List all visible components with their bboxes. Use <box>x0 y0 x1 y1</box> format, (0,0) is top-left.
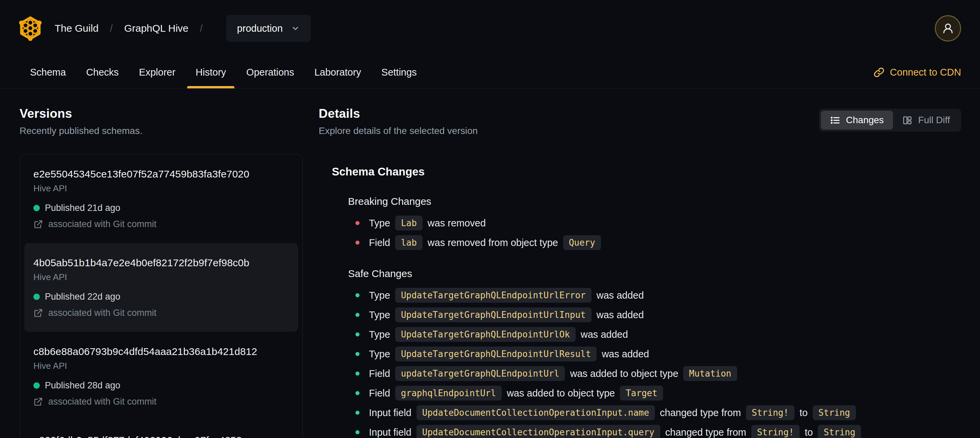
change-text: was added to object type <box>507 388 615 399</box>
version-card[interactable]: c8b6e88a06793b9c4dfd54aaa21b36a1b421d812… <box>20 332 302 420</box>
change-code-chip: UpdateTargetGraphQLEndpointUrlError <box>395 288 592 303</box>
change-code-chip: String <box>818 425 861 438</box>
top-bar: The Guild / GraphQL Hive / production <box>0 0 980 57</box>
version-git-commit-link[interactable]: associated with Git commit <box>33 397 289 407</box>
change-text: Input field <box>369 427 411 438</box>
change-code-chip: UpdateTargetGraphQLEndpointUrlOk <box>395 327 576 342</box>
version-published-label: Published 28d ago <box>45 380 120 391</box>
change-text: Type <box>369 309 390 320</box>
tab-checks[interactable]: Checks <box>76 57 129 88</box>
version-card[interactable]: 4b05ab51b1b4a7e2e4b0ef82172f2b9f7ef98c0b… <box>24 243 298 332</box>
change-row: FieldgraphqlEndpointUrlwas added to obje… <box>355 385 961 401</box>
versions-list: e2e55045345ce13fe07f52a77459b83fa3fe7020… <box>19 154 303 438</box>
change-row: TypeUpdateTargetGraphQLEndpointUrlErrorw… <box>355 288 961 303</box>
published-dot-icon <box>33 382 40 389</box>
connect-to-cdn-link[interactable]: Connect to CDN <box>873 57 961 88</box>
breaking-bullet-icon <box>355 221 360 225</box>
version-status: Published 21d ago <box>33 203 289 213</box>
version-card[interactable]: a823f6db2a55df877dcf406006abca97fcc4858c… <box>20 420 302 438</box>
change-code-chip: Lab <box>395 216 423 231</box>
git-commit-label: associated with Git commit <box>48 219 156 229</box>
changes-section-title: Safe Changes <box>348 268 961 279</box>
toggle-full-diff[interactable]: Full Diff <box>893 111 959 130</box>
version-service: Hive API <box>33 272 289 282</box>
change-text: Type <box>369 290 390 301</box>
versions-subtitle: Recently published schemas. <box>19 126 303 136</box>
toggle-label: Full Diff <box>918 115 950 126</box>
details-title: Details <box>319 107 478 121</box>
version-hash: c8b6e88a06793b9c4dfd54aaa21b36a1b421d812 <box>33 346 289 357</box>
safe-bullet-icon <box>355 391 360 395</box>
external-link-icon <box>33 219 43 229</box>
change-code-chip: lab <box>395 235 423 250</box>
change-code-chip: UpdateTargetGraphQLEndpointUrlResult <box>395 347 597 362</box>
change-row: TypeUpdateTargetGraphQLEndpointUrlResult… <box>355 346 961 362</box>
safe-bullet-icon <box>355 371 360 376</box>
tab-operations[interactable]: Operations <box>236 57 304 88</box>
change-text: was added <box>581 329 628 340</box>
version-hash: 4b05ab51b1b4a7e2e4b0ef82172f2b9f7ef98c0b <box>33 257 289 269</box>
versions-panel: Versions Recently published schemas. e2e… <box>19 107 303 438</box>
details-subtitle: Explore details of the selected version <box>319 126 478 136</box>
change-code-chip: Query <box>563 235 601 250</box>
change-text: was added <box>601 349 649 360</box>
git-commit-label: associated with Git commit <box>48 308 156 318</box>
toggle-label: Changes <box>846 115 884 126</box>
change-text: to <box>805 427 813 438</box>
tab-history[interactable]: History <box>186 57 236 88</box>
change-row: TypeLabwas removed <box>355 215 961 231</box>
tab-laboratory[interactable]: Laboratory <box>304 57 371 88</box>
changes-items: TypeLabwas removedFieldlabwas removed fr… <box>348 215 961 250</box>
breadcrumb-separator: / <box>110 23 113 34</box>
breadcrumb-org[interactable]: The Guild <box>55 22 99 34</box>
change-text: Type <box>369 218 390 229</box>
change-code-chip: updateTargetGraphQLEndpointUrl <box>395 366 565 381</box>
tab-settings[interactable]: Settings <box>371 57 427 88</box>
change-text: Field <box>369 368 390 379</box>
safe-bullet-icon <box>355 411 360 415</box>
main-nav-tabs: SchemaChecksExplorerHistoryOperationsLab… <box>0 57 980 88</box>
change-code-chip: Target <box>620 386 663 401</box>
hive-logo-icon[interactable] <box>19 16 42 41</box>
breadcrumb-separator: / <box>200 23 203 34</box>
change-text: was removed from object type <box>428 237 558 248</box>
version-git-commit-link[interactable]: associated with Git commit <box>33 308 289 318</box>
changes-section-safe: Safe ChangesTypeUpdateTargetGraphQLEndpo… <box>348 268 961 438</box>
change-text: Input field <box>369 407 411 419</box>
safe-bullet-icon <box>355 352 360 356</box>
user-icon <box>941 22 955 35</box>
change-row: Input fieldUpdateDocumentCollectionOpera… <box>355 405 961 420</box>
version-status: Published 28d ago <box>33 380 289 391</box>
breadcrumb-project[interactable]: GraphQL Hive <box>124 22 189 34</box>
version-hash: e2e55045345ce13fe07f52a77459b83fa3fe7020 <box>33 168 289 180</box>
change-row: Fieldlabwas removed from object typeQuer… <box>355 235 961 250</box>
link-icon <box>873 67 885 78</box>
connect-to-cdn-label: Connect to CDN <box>890 67 961 78</box>
user-avatar-button[interactable] <box>935 15 961 41</box>
details-header: Details Explore details of the selected … <box>319 107 961 136</box>
change-text: to <box>800 407 808 419</box>
target-selector[interactable]: production <box>226 15 311 42</box>
tab-schema[interactable]: Schema <box>20 57 76 88</box>
published-dot-icon <box>33 205 40 211</box>
change-code-chip: String! <box>751 425 800 438</box>
tab-explorer[interactable]: Explorer <box>129 57 186 88</box>
version-card[interactable]: e2e55045345ce13fe07f52a77459b83fa3fe7020… <box>20 154 302 243</box>
schema-changes: Schema Changes Breaking ChangesTypeLabwa… <box>319 166 961 438</box>
change-code-chip: UpdateTargetGraphQLEndpointUrlInput <box>395 307 592 322</box>
change-text: Type <box>369 329 390 340</box>
external-link-icon <box>33 308 43 318</box>
version-git-commit-link[interactable]: associated with Git commit <box>33 219 289 229</box>
breadcrumb: The Guild / GraphQL Hive / production <box>55 15 311 42</box>
changes-items: TypeUpdateTargetGraphQLEndpointUrlErrorw… <box>348 288 961 438</box>
version-service: Hive API <box>33 183 289 194</box>
target-selector-value: production <box>237 23 283 34</box>
toggle-changes[interactable]: Changes <box>821 111 893 130</box>
change-row: FieldupdateTargetGraphQLEndpointUrlwas a… <box>355 366 961 381</box>
safe-bullet-icon <box>355 293 360 297</box>
breaking-bullet-icon <box>355 241 360 245</box>
version-published-label: Published 22d ago <box>45 291 120 302</box>
main-content: Versions Recently published schemas. e2e… <box>0 88 980 438</box>
safe-bullet-icon <box>355 332 360 336</box>
version-status: Published 22d ago <box>33 291 289 302</box>
